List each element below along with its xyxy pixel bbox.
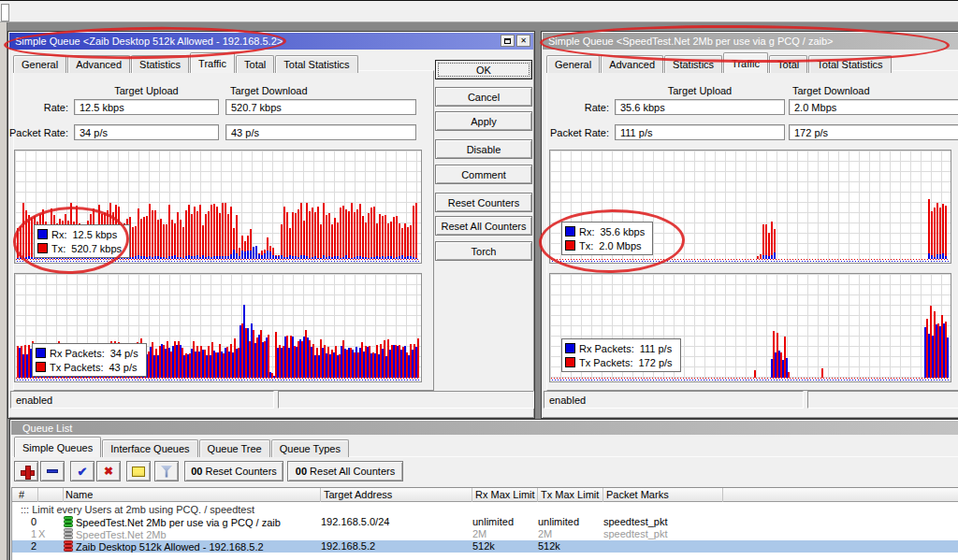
reset-all-counters-toolbar-button[interactable]: 00 Reset All Counters [287,461,403,481]
tx-packets-label: Tx Packets: [579,357,632,368]
tx-value: 520.7 kbps [71,243,122,254]
filter-button[interactable] [154,461,179,481]
column-header-name[interactable]: Name [64,488,321,502]
reset-counters-label: Reset Counters [205,466,276,477]
zeros-prefix: 00 [296,466,307,477]
tab-general[interactable]: General [13,55,66,73]
apply-button[interactable]: Apply [435,111,532,131]
reset-all-counters-button[interactable]: Reset All Counters [435,216,532,236]
rate-upload-field[interactable]: 35.6 kbps [615,99,785,115]
tab-total[interactable]: Total [236,55,274,73]
tx-packets-label: Tx Packets: [50,362,103,373]
ok-button[interactable]: OK [435,60,532,79]
column-header-target-address[interactable]: Target Address [321,488,472,502]
packet-rate-download-field[interactable]: 172 p/s [789,124,958,140]
comment-button[interactable]: Comment [435,165,532,184]
zeros-prefix: 00 [191,466,202,477]
add-button[interactable] [14,461,38,481]
top-toolbar-strip [0,1,958,22]
rx-label: Rx: [51,229,67,240]
table-header: # Name Target Address Rx Max Limit Tx Ma… [12,488,958,502]
rx-value: 12.5 kbps [73,229,118,240]
status-bar: enabled [544,391,804,409]
tab-traffic[interactable]: Traffic [190,52,235,73]
rx-packets-value: 34 p/s [110,348,138,359]
queue-table: # Name Target Address Rx Max Limit Tx Ma… [11,487,958,560]
disable-button[interactable]: Disable [435,139,532,159]
enable-button[interactable]: ✔ [70,461,94,481]
right-dialog-title: Simple Queue <SpeedTest.Net 2Mb per use … [548,36,834,47]
tab-queue-tree[interactable]: Queue Tree [199,439,270,457]
reset-counters-button[interactable]: Reset Counters [435,193,532,212]
tab-traffic[interactable]: Traffic [723,52,768,73]
disable-button[interactable]: ✖ [96,461,121,481]
queue-row-selected[interactable]: 2 Zaib Desktop 512k Allowed - 192.168.5.… [12,540,958,553]
packet-rate-upload-field[interactable]: 111 p/s [615,124,785,140]
tab-statistics[interactable]: Statistics [664,55,722,73]
column-header-rx-max-limit[interactable]: Rx Max Limit [472,488,538,502]
column-header-packet-marks[interactable]: Packet Marks [603,488,723,502]
tab-total-statistics[interactable]: Total Statistics [275,55,357,73]
remove-button[interactable] [40,461,65,481]
queue-row[interactable]: 1 X SpeedTest.Net 2Mb 2M 2M speedtest_pk… [12,528,958,540]
tab-queue-types[interactable]: Queue Types [271,439,349,457]
packet-rate-upload-field[interactable]: 34 p/s [74,124,219,140]
reset-all-counters-label: Reset All Counters [310,466,395,477]
rate-upload-field[interactable]: 12.5 kbps [74,99,219,115]
queue-name: SpeedTest.Net 2Mb [76,529,167,540]
queue-icon [64,528,73,539]
tab-simple-queues[interactable]: Simple Queues [14,437,101,457]
right-dialog-titlebar[interactable]: Simple Queue <SpeedTest.Net 2Mb per use … [543,33,958,50]
packet-legend: Rx Packets:34 p/s Tx Packets:43 p/s [32,343,147,377]
tx-label: Tx: [51,243,65,254]
packet-rate-download-field[interactable]: 43 p/s [225,124,416,140]
cancel-button[interactable]: Cancel [435,87,532,107]
queue-name: SpeedTest.Net 2Mb per use via g PCQ / za… [76,517,281,528]
plus-icon [21,466,33,478]
reset-counters-toolbar-button[interactable]: 00 Reset Counters [184,461,283,481]
winbox-workspace: Simple Queue <Zaib Desktop 512k Allowed … [0,0,958,560]
maximize-icon[interactable] [501,35,515,47]
left-dialog-title: Simple Queue <Zaib Desktop 512k Allowed … [15,36,283,47]
queue-icon [64,540,73,552]
comment-row[interactable]: ::: Limit every Users at 2mb using PCQ. … [12,504,958,516]
simple-queue-dialog-left: Simple Queue <Zaib Desktop 512k Allowed … [7,31,535,419]
queue-list-titlebar[interactable]: Queue List [11,421,958,435]
rate-legend: Rx:35.6 kbps Tx:2.0 Mbps [561,222,653,255]
close-icon[interactable]: ✕ [516,35,530,47]
main-window-left-edge [0,22,7,560]
rx-value: 35.6 kbps [601,226,646,237]
status-bar-secondary [278,391,534,409]
minus-icon [47,469,58,473]
filter-funnel-icon [161,466,173,478]
tx-swatch [36,362,46,372]
queue-icon [64,516,73,527]
queue-name: Zaib Desktop 512k Allowed - 192.168.5.2 [76,541,264,553]
left-dialog-titlebar[interactable]: Simple Queue <Zaib Desktop 512k Allowed … [9,33,533,50]
tx-value: 2.0 Mbps [599,240,641,251]
tab-interface-queues[interactable]: Interface Queues [102,439,197,457]
x-icon: ✖ [104,466,113,477]
packet-rate-label: Packet Rate: [542,127,609,138]
tab-total-statistics[interactable]: Total Statistics [808,55,891,73]
tab-advanced[interactable]: Advanced [601,55,663,73]
queue-row[interactable]: 0 SpeedTest.Net 2Mb per use via g PCQ / … [12,516,958,528]
rx-swatch [565,226,575,237]
tab-general[interactable]: General [546,55,600,73]
tab-statistics[interactable]: Statistics [131,55,189,73]
comment-text: ::: Limit every Users at 2mb using PCQ. … [21,504,675,516]
tab-advanced[interactable]: Advanced [67,55,130,73]
rate-traffic-graph: Rx:12.5 kbps Tx:520.7 kbps [14,150,422,264]
tab-total[interactable]: Total [769,55,807,73]
rate-download-field[interactable]: 520.7 kbps [225,99,416,115]
column-header-num[interactable]: # [12,488,38,502]
column-header-tx-max-limit[interactable]: Tx Max Limit [538,488,603,502]
target-upload-header: Target Upload [615,85,785,96]
rx-swatch [37,229,48,239]
rate-download-field[interactable]: 2.0 Mbps [789,99,958,115]
queue-list-window: Queue List Simple Queues Interface Queue… [9,419,958,560]
column-header-flags[interactable] [38,488,64,502]
comment-button[interactable] [126,461,151,481]
torch-button[interactable]: Torch [435,241,532,261]
target-upload-header: Target Upload [74,85,219,96]
